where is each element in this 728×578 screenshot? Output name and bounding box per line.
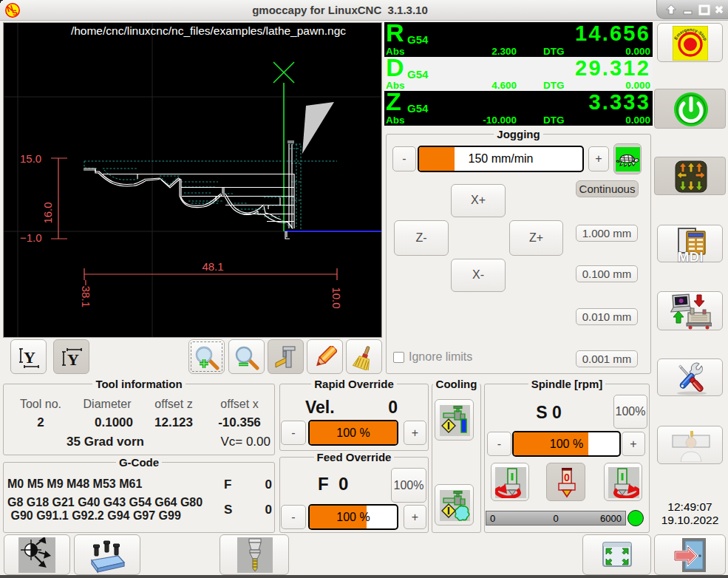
svg-text:15.0: 15.0 xyxy=(20,152,41,165)
svg-text:MDI: MDI xyxy=(678,249,704,263)
svg-text:−1.0: −1.0 xyxy=(20,231,42,244)
svg-text:Y: Y xyxy=(24,348,35,367)
svg-text:−38.1: −38.1 xyxy=(80,279,92,307)
svg-text:Y: Y xyxy=(67,350,79,369)
svg-text:10.0: 10.0 xyxy=(330,287,343,308)
svg-text:/home/cnc/linuxcnc/nc_files/ex: /home/cnc/linuxcnc/nc_files/examples/lat… xyxy=(71,24,346,37)
svg-text:0: 0 xyxy=(564,472,570,483)
svg-text:16.0: 16.0 xyxy=(41,202,54,223)
svg-text:48.1: 48.1 xyxy=(202,260,223,273)
